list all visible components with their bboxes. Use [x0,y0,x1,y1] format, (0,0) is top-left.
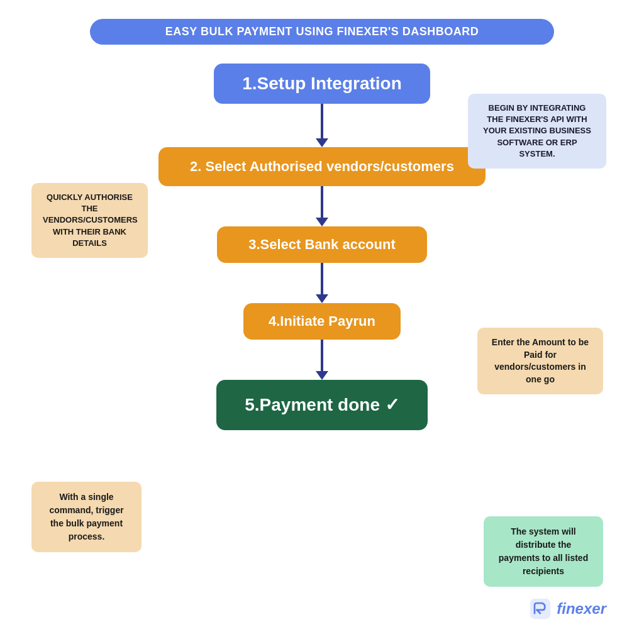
page-title: EASY BULK PAYMENT USING FINEXER'S DASHBO… [165,25,479,38]
arrow-3-4 [13,263,631,303]
arrowhead-2 [316,218,328,226]
vline-3 [321,263,323,294]
finexer-logo: finexer [529,597,606,620]
finexer-icon [529,597,552,620]
vline-4 [321,340,323,371]
arrowhead-4 [316,371,328,380]
step5-box: 5.Payment done ✓ [216,380,428,430]
step1-box: 1.Setup Integration [214,64,430,104]
title-bar: EASY BULK PAYMENT USING FINEXER'S DASHBO… [90,19,554,45]
step4-box: 4.Initiate Payrun [243,303,401,340]
step2-box: 2. Select Authorised vendors/customers [158,147,486,186]
note-top-right: BEGIN BY INTEGRATING THE FINEXER'S API W… [468,94,606,169]
arrowhead-3 [316,294,328,303]
finexer-text: finexer [557,600,606,618]
note-lower-left: With a single command, trigger the bulk … [31,482,142,552]
vline-2 [321,186,323,218]
flow-container: BEGIN BY INTEGRATING THE FINEXER'S API W… [13,64,631,631]
arrowhead-1 [316,138,328,147]
page-wrapper: EASY BULK PAYMENT USING FINEXER'S DASHBO… [0,0,644,644]
vline-1 [321,104,323,138]
svg-rect-0 [530,599,550,619]
note-mid-right: Enter the Amount to be Paid for vendors/… [477,328,603,394]
note-lower-right: The system will distribute the payments … [484,516,603,587]
step3-box: 3.Select Bank account [217,226,427,263]
note-mid-left: QUICKLY AUTHORISE THE VENDORS/CUSTOMERS … [31,183,148,258]
